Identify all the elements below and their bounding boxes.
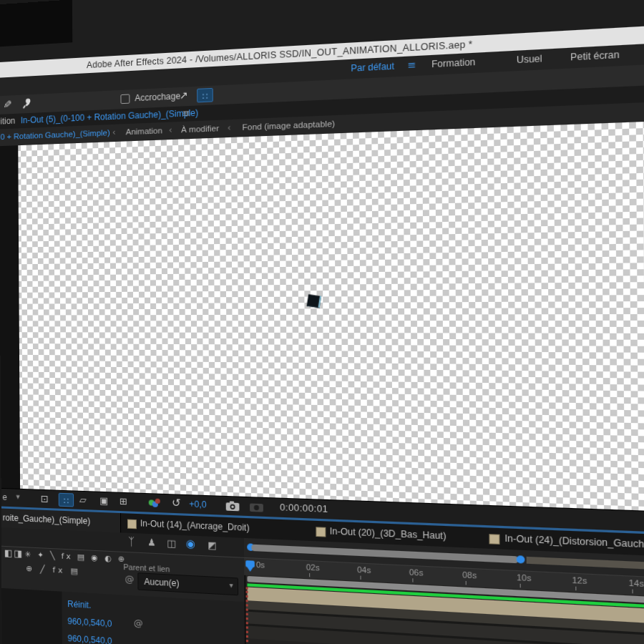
breadcrumb-separator-icon: ‹ — [112, 127, 116, 137]
snap-options-icon[interactable]: ∷ — [197, 88, 213, 103]
region-of-interest-icon[interactable]: ▱ — [79, 494, 87, 505]
workspace-tab-formation[interactable]: Formation — [431, 57, 475, 69]
reset-exposure-icon[interactable]: ↺ — [172, 496, 181, 509]
timeline-tab[interactable]: In-Out (14)_(Ancrage_Droit) — [140, 518, 250, 533]
timeline-tab[interactable]: In-Out (24)_(Distorsion_Gauch — [504, 533, 644, 550]
breadcrumb-animation[interactable]: Animation — [126, 126, 162, 136]
comp-panel-menu-icon[interactable]: ≡ — [182, 107, 190, 119]
ruler-tick-label: 04s — [357, 565, 371, 575]
comp-color-label[interactable] — [127, 519, 137, 530]
pickwhip-icon[interactable]: @ — [134, 618, 143, 629]
timecode-display[interactable]: 0:00:00:01 — [280, 502, 328, 514]
snap-arrow-icon[interactable]: ↗ — [180, 89, 188, 102]
comp-color-label[interactable] — [489, 534, 499, 545]
graph-editor-icon[interactable]: ◩ — [208, 540, 217, 551]
show-snapshot-icon[interactable] — [250, 501, 263, 514]
pickwhip-icon[interactable]: @ — [125, 573, 134, 585]
view-options-icon[interactable]: ⊞ — [119, 496, 127, 507]
zoom-dropdown[interactable]: e — [3, 492, 7, 502]
breadcrumb-fond[interactable]: Fond (image adaptable) — [242, 119, 335, 132]
ruler-tick-label: 14s — [628, 578, 644, 588]
anchor-value[interactable]: 960,0,540,0 — [68, 633, 112, 644]
breadcrumb-separator-icon: ‹ — [228, 122, 231, 133]
app-window: Adobe After Effects 2024 - /Volumes/ALLO… — [0, 0, 644, 644]
snap-checkbox-label: Accrochage — [135, 91, 180, 103]
brush-tool-icon[interactable]: ✎ — [1, 99, 14, 109]
workspace-tab-usuel[interactable]: Usuel — [517, 53, 542, 65]
frame-blend-icon[interactable]: ◫ — [167, 537, 176, 549]
ruler-tick-label: 10s — [517, 572, 532, 582]
motion-blur-icon[interactable]: ◉ — [186, 537, 195, 550]
composition-viewport[interactable] — [0, 119, 644, 513]
puppet-pin-tool-icon[interactable] — [22, 97, 33, 112]
animated-layer-object[interactable] — [307, 294, 322, 308]
breadcrumb-a-modifier[interactable]: À modifier — [181, 124, 219, 134]
ruler-tick-label: 06s — [409, 567, 424, 577]
property-names-gutter — [1, 588, 62, 644]
snap-checkbox[interactable] — [120, 94, 130, 104]
position-value[interactable]: 960,0,540,0 — [67, 616, 112, 629]
preview-view-icon[interactable]: ⊡ — [41, 493, 49, 504]
ruler-tick-label: 08s — [462, 570, 477, 580]
av-features-icons[interactable]: ◧◨ — [4, 547, 24, 559]
exposure-value[interactable]: +0,0 — [189, 499, 206, 509]
safe-zones-icon[interactable]: ▣ — [99, 495, 108, 507]
snapshot-camera-icon[interactable] — [226, 500, 240, 514]
parent-link-header: Parent et lien — [123, 562, 170, 573]
chevron-down-icon[interactable]: ▾ — [16, 492, 19, 502]
ruler-tick-label: 02s — [306, 562, 320, 572]
workspace-tab-petit-ecran[interactable]: Petit écran — [570, 49, 620, 63]
layer-switches-row2[interactable]: ⊕ ╱ fx ▤ — [26, 564, 80, 576]
comp-tab-prefix[interactable]: ition — [0, 116, 15, 127]
playhead[interactable] — [245, 560, 255, 567]
workspace-tab-par-defaut[interactable]: Par défaut — [351, 61, 394, 74]
timeline-tab[interactable]: In-Out (20)_(3D_Bas_Haut) — [330, 526, 447, 542]
parent-dropdown[interactable]: Aucun(e) ▾ — [137, 572, 238, 595]
property-values-panel: Réinit. 960,0,540,0 @ 960,0,540,0 — [1, 588, 245, 644]
viewport-left-gutter — [0, 145, 20, 489]
workspace-menu-icon[interactable]: ≡ — [407, 59, 416, 71]
timeline-left-panel: ◧◨ ✳ ✦ ╲ fx ▤ ◉ ◐ ⊕ Parent et lien ⊕ ╱ f… — [1, 562, 246, 644]
transparency-grid-icon[interactable]: ∷ — [59, 493, 74, 507]
breadcrumb-current-comp[interactable]: 0 + Rotation Gauche)_(Simple) — [1, 128, 110, 141]
ruler-tick-label: 12s — [572, 575, 587, 585]
navigator-end-handle[interactable] — [517, 555, 525, 563]
comp-flowchart-icon[interactable]: ᛉ — [128, 535, 135, 549]
chevron-down-icon: ▾ — [229, 581, 233, 590]
shy-layers-icon[interactable]: ♟ — [147, 537, 156, 548]
comp-color-label[interactable] — [316, 527, 326, 537]
desktop-dark-corner — [0, 0, 72, 47]
show-channel-icon[interactable] — [149, 497, 162, 507]
breadcrumb-separator-icon: ‹ — [169, 125, 172, 135]
reset-link[interactable]: Réinit. — [67, 599, 91, 610]
ruler-tick-label: 0s — [256, 560, 265, 570]
